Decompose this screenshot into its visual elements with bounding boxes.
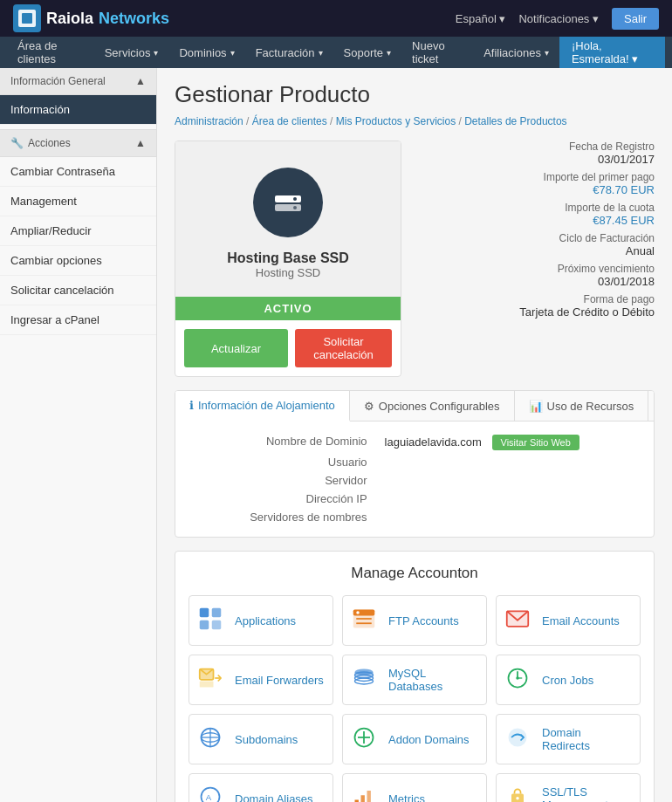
sidebar-item-cambiar-opciones[interactable]: Cambiar opciones: [0, 246, 156, 276]
product-status: ACTIVO: [175, 297, 401, 320]
ciclo-label: Ciclo de Facturación: [419, 232, 655, 244]
main-layout: Información General ▲ Información 🔧Accio…: [0, 68, 672, 802]
email-icon: [505, 607, 533, 634]
language-selector[interactable]: Español ▾: [456, 12, 506, 25]
breadcrumb-area[interactable]: Área de clientes: [252, 115, 327, 127]
manage-item-redirect[interactable]: Domain Redirects: [496, 714, 641, 764]
alias-icon: A: [198, 785, 226, 802]
svg-text:A: A: [206, 792, 212, 802]
product-actions: Actualizar Solicitar cancelación: [175, 320, 401, 376]
tab-alojamiento[interactable]: ℹ Información de Alojamiento: [175, 391, 350, 422]
sidebar-acciones-collapse-icon[interactable]: ▲: [135, 137, 146, 149]
ftp-icon: [352, 607, 380, 634]
notifications-button[interactable]: Notificaciones ▾: [518, 12, 599, 25]
fecha-registro-label: Fecha de Registro: [419, 141, 655, 153]
usuario-value: [385, 456, 636, 469]
product-name: Hosting Base SSD: [227, 250, 349, 266]
breadcrumb-admin[interactable]: Administración: [175, 115, 243, 127]
svg-rect-45: [361, 795, 365, 802]
manage-item-ssl[interactable]: SSL/TLS Management: [496, 773, 641, 802]
breadcrumb: Administración / Área de clientes / Mis …: [175, 115, 655, 127]
manage-item-label-app: Applications: [235, 614, 296, 627]
sidebar-section-info-label: Información General: [10, 75, 106, 87]
hosting-info-grid: Nombre de Dominio laguiadelavida.com Vis…: [193, 435, 636, 524]
svg-rect-23: [200, 682, 214, 688]
manage-item-subdomain[interactable]: Subdomains: [189, 714, 333, 764]
servidores-value: [385, 511, 636, 524]
sidebar-item-ampliar[interactable]: Ampliar/Reducir: [0, 216, 156, 246]
salir-button[interactable]: Salir: [612, 8, 659, 30]
nav-greeting[interactable]: ¡Hola, Esmeralda! ▾: [559, 37, 665, 68]
svg-rect-3: [275, 195, 301, 202]
sidebar-item-cambiar-contrasena[interactable]: Cambiar Contraseña: [0, 157, 156, 187]
visitar-sitio-button[interactable]: Visitar Sitio Web: [492, 435, 579, 450]
svg-point-13: [356, 611, 360, 614]
manage-item-label-ftp: FTP Accounts: [388, 614, 459, 627]
tab-recursos-label: Uso de Recursos: [547, 400, 634, 413]
dominio-label: Nombre de Dominio: [193, 435, 367, 450]
nav-soporte[interactable]: Soporte ▾: [333, 37, 402, 68]
nav-servicios[interactable]: Servicios ▾: [94, 37, 169, 68]
mysql-icon: [352, 666, 380, 694]
sidebar-item-cpanel[interactable]: Ingresar a cPanel: [0, 305, 156, 335]
cuota-value: €87.45 EUR: [419, 214, 655, 227]
sidebar-item-management[interactable]: Management: [0, 187, 156, 216]
manage-item-label-ssl: SSL/TLS Management: [542, 785, 631, 802]
nav-afiliaciones[interactable]: Afiliaciones ▾: [473, 37, 559, 68]
manage-item-app[interactable]: Applications: [189, 595, 333, 646]
nav-dominios[interactable]: Dominios ▾: [168, 37, 244, 68]
manage-section: Manage Accounton ApplicationsFTP Account…: [175, 551, 655, 802]
manage-item-cron[interactable]: Cron Jobs: [496, 655, 641, 705]
fecha-registro-value: 03/01/2017: [419, 153, 655, 166]
manage-item-alias[interactable]: ADomain Aliases: [189, 773, 333, 802]
primer-pago-label: Importe del primer pago: [419, 171, 655, 183]
manage-item-addon[interactable]: Addon Domains: [342, 714, 487, 764]
sidebar-collapse-icon[interactable]: ▲: [135, 75, 146, 87]
nav-nuevo-ticket[interactable]: Nuevo ticket: [401, 37, 473, 68]
manage-grid: ApplicationsFTP AccountsEmail AccountsEm…: [189, 595, 641, 802]
sidebar-section-info: Información General ▲: [0, 68, 156, 95]
manage-item-forwarder[interactable]: Email Forwarders: [189, 655, 333, 705]
servidor-value: [385, 474, 636, 487]
content: Gestionar Producto Administración / Área…: [157, 68, 672, 802]
tabs-content: Nombre de Dominio laguiadelavida.com Vis…: [175, 422, 654, 537]
ip-value: [385, 492, 636, 505]
manage-item-metrics[interactable]: Metrics: [342, 773, 487, 802]
tab-configurables[interactable]: ⚙ Opciones Configurables: [350, 391, 515, 421]
product-type: Hosting SSD: [256, 266, 320, 279]
manage-item-ftp[interactable]: FTP Accounts: [342, 595, 487, 646]
page-title: Gestionar Producto: [175, 81, 655, 108]
nav-facturacion[interactable]: Facturación ▾: [245, 37, 333, 68]
tab-alojamiento-label: Información de Alojamiento: [198, 399, 335, 412]
tab-recursos[interactable]: 📊 Uso de Recursos: [515, 391, 649, 421]
manage-item-mysql[interactable]: MySQL Databases: [342, 655, 487, 705]
metrics-icon: [352, 785, 380, 802]
chart-icon: 📊: [529, 400, 543, 413]
info-icon: ℹ: [189, 399, 194, 412]
manage-item-label-addon: Addon Domains: [388, 733, 470, 746]
servidor-label: Servidor: [193, 474, 367, 487]
svg-rect-2: [22, 13, 32, 24]
dominio-text: laguiadelavida.com: [385, 435, 482, 449]
manage-item-label-cron: Cron Jobs: [542, 674, 593, 687]
nav-area-clientes[interactable]: Área de clientes: [7, 37, 94, 68]
solicitar-cancelacion-button[interactable]: Solicitar cancelación: [295, 329, 392, 367]
primer-pago-value: €78.70 EUR: [419, 183, 655, 196]
sidebar-item-informacion[interactable]: Información: [0, 95, 156, 125]
forwarder-icon: [198, 666, 226, 694]
addon-icon: [352, 725, 380, 753]
tabs-header: ℹ Información de Alojamiento ⚙ Opciones …: [175, 391, 654, 422]
manage-item-label-alias: Domain Aliases: [235, 792, 313, 803]
product-card: Hosting Base SSD Hosting SSD ACTIVO Actu…: [175, 141, 401, 377]
cron-icon: [505, 666, 533, 694]
breadcrumb-productos[interactable]: Mis Productos y Servicios: [336, 115, 456, 127]
actualizar-button[interactable]: Actualizar: [184, 329, 288, 367]
logo-networks: Networks: [99, 10, 169, 28]
sidebar-item-cancelacion[interactable]: Solicitar cancelación: [0, 276, 156, 305]
hosting-icon: [271, 185, 305, 220]
app-icon: [198, 607, 226, 634]
manage-item-label-mysql: MySQL Databases: [388, 667, 477, 693]
ciclo-value: Anual: [419, 244, 655, 257]
vencimiento-value: 03/01/2018: [419, 275, 655, 288]
manage-item-email[interactable]: Email Accounts: [496, 595, 641, 646]
